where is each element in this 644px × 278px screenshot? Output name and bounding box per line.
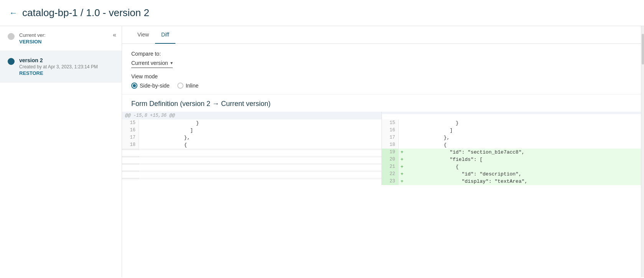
right-line-sign [399, 119, 406, 127]
hunk-header-left: @@ -15,8 +15,36 @@ [122, 112, 381, 119]
right-line: 21 + { [382, 163, 641, 170]
left-line [122, 156, 381, 157]
diff-controls: Compare to: Current version ▾ View mode … [122, 44, 641, 94]
diff-section-title: Form Definition (version 2 → Current ver… [122, 94, 641, 112]
left-line-sign [139, 149, 146, 150]
left-line-num [122, 149, 139, 150]
right-line-sign: + [399, 149, 406, 156]
diff-row: 16 ] 16 ] [122, 127, 641, 134]
diff-container[interactable]: @@ -15,8 +15,36 @@ 15 } 15 } [122, 112, 641, 277]
left-line-code [146, 149, 381, 150]
current-version-item: Current ver: VERSION [0, 26, 122, 51]
hunk-header-right [382, 112, 641, 114]
diff-row: 20 + "fields": [ [122, 156, 641, 163]
right-line-code: "id": "description", [406, 170, 641, 178]
left-line-sign [139, 163, 146, 165]
scrollbar-thumb[interactable] [642, 34, 644, 65]
current-version-label: Current ver: [19, 32, 46, 38]
sidebar-collapse-button[interactable]: « [111, 30, 118, 40]
left-line: 17 }, [122, 134, 381, 141]
diff-row: 21 + { [122, 163, 641, 170]
version2-meta: Created by at Apr 3, 2023, 1:23:14 PM [19, 64, 98, 70]
version2-info: version 2 Created by at Apr 3, 2023, 1:2… [19, 57, 98, 76]
left-line: 15 } [122, 119, 381, 127]
right-line-code: ] [406, 127, 641, 134]
content-area: View Diff Compare to: Current version ▾ … [122, 26, 641, 277]
compare-value: Current version [131, 60, 168, 66]
right-line-num: 20 [382, 156, 399, 163]
radio-side-by-side-label: Side-by-side [140, 83, 170, 89]
scrollbar-track[interactable] [641, 26, 644, 277]
compare-select[interactable]: Current version ▾ [131, 60, 173, 68]
right-line: 15 } [382, 119, 641, 127]
radio-inline[interactable]: Inline [177, 83, 198, 89]
view-mode-label: View mode [131, 73, 632, 79]
radio-side-by-side-indicator [131, 83, 137, 89]
version2-item[interactable]: version 2 Created by at Apr 3, 2023, 1:2… [0, 51, 122, 83]
radio-group: Side-by-side Inline [131, 83, 632, 89]
right-line: 18 { [382, 141, 641, 149]
right-line-num: 21 [382, 163, 399, 170]
left-line-sign [139, 141, 146, 149]
left-line-sign [139, 127, 146, 134]
left-line [122, 178, 381, 179]
tab-view[interactable]: View [131, 26, 155, 44]
right-line-sign: + [399, 178, 406, 185]
right-line: 20 + "fields": [ [382, 156, 641, 163]
tab-diff[interactable]: Diff [155, 26, 175, 44]
right-line-code: "display": "textArea", [406, 178, 641, 185]
version2-restore-action[interactable]: RESTORE [19, 70, 98, 76]
page-header: ← catalog-bp-1 / 1.0 - version 2 [0, 0, 644, 26]
left-line-sign [139, 134, 146, 141]
left-line-code [146, 178, 381, 179]
right-line-num: 15 [382, 119, 399, 127]
version2-dot [8, 58, 15, 65]
left-line [122, 163, 381, 165]
right-line-num: 18 [382, 141, 399, 149]
right-line-code: { [406, 141, 641, 149]
left-line-sign [139, 119, 146, 127]
left-line-code: ] [146, 127, 381, 134]
right-line-sign: + [399, 170, 406, 178]
back-button[interactable]: ← [9, 9, 18, 17]
left-line-num [122, 163, 139, 165]
right-line-code: } [406, 119, 641, 127]
tab-bar: View Diff [122, 26, 641, 44]
right-line-sign [399, 134, 406, 141]
current-version-action[interactable]: VERSION [19, 39, 46, 45]
chevron-down-icon: ▾ [170, 60, 173, 66]
radio-side-by-side[interactable]: Side-by-side [131, 83, 170, 89]
right-line: 19 + "id": "section_b1e7acc8", [382, 149, 641, 156]
left-line-num: 17 [122, 134, 139, 141]
left-line-code [146, 163, 381, 165]
left-line-code: { [146, 141, 381, 149]
right-line-num: 19 [382, 149, 399, 156]
right-line-sign: + [399, 163, 406, 170]
diff-row: 18 { 18 { [122, 141, 641, 149]
right-line-num: 23 [382, 178, 399, 185]
right-line-num: 17 [382, 134, 399, 141]
left-line: 18 { [122, 141, 381, 149]
diff-table: @@ -15,8 +15,36 @@ 15 } 15 } [122, 112, 641, 185]
left-line [122, 170, 381, 172]
right-line-code: }, [406, 134, 641, 141]
right-line-num: 16 [382, 127, 399, 134]
left-line-num [122, 170, 139, 172]
right-line-code: "fields": [ [406, 156, 641, 163]
radio-inline-label: Inline [186, 83, 198, 89]
left-line-num [122, 156, 139, 157]
left-line-sign [139, 170, 146, 172]
right-line: 17 }, [382, 134, 641, 141]
diff-row: 23 + "display": "textArea", [122, 178, 641, 185]
right-line-sign: + [399, 156, 406, 163]
diff-row: 17 }, 17 }, [122, 134, 641, 141]
hunk-header-row: @@ -15,8 +15,36 @@ [122, 112, 641, 119]
left-line-code: }, [146, 134, 381, 141]
main-layout: « Current ver: VERSION version 2 Created… [0, 26, 644, 277]
left-line-code [146, 170, 381, 172]
left-line-num: 18 [122, 141, 139, 149]
left-line [122, 149, 381, 150]
right-line: 16 ] [382, 127, 641, 134]
radio-inline-indicator [177, 83, 183, 89]
right-line-code: { [406, 163, 641, 170]
